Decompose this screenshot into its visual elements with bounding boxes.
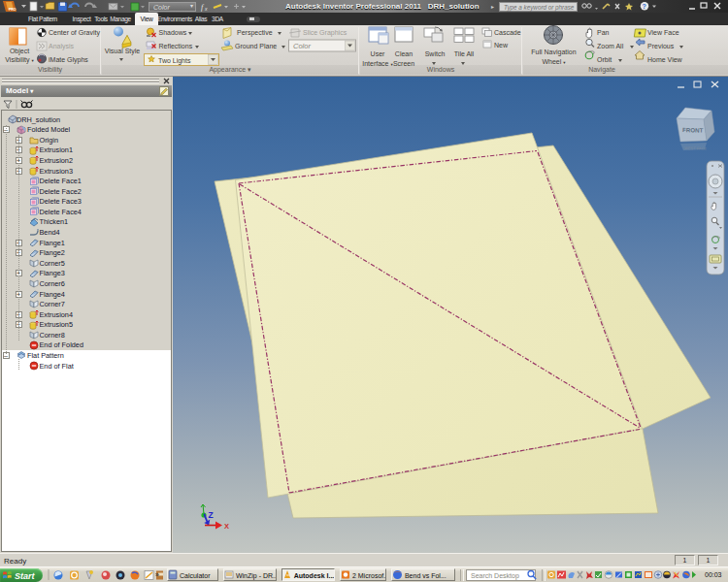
svg-text:?: ? bbox=[643, 3, 646, 10]
svg-text:PRO: PRO bbox=[9, 8, 17, 12]
svg-text:X: X bbox=[224, 522, 229, 531]
svg-text:x: x bbox=[204, 6, 208, 12]
svg-text:FRONT: FRONT bbox=[682, 126, 704, 134]
svg-text:Start: Start bbox=[15, 571, 36, 581]
svg-text:WEST FACE: WEST FACE bbox=[684, 146, 708, 151]
svg-text:Color: Color bbox=[293, 42, 311, 50]
svg-text:Z: Z bbox=[209, 510, 214, 520]
